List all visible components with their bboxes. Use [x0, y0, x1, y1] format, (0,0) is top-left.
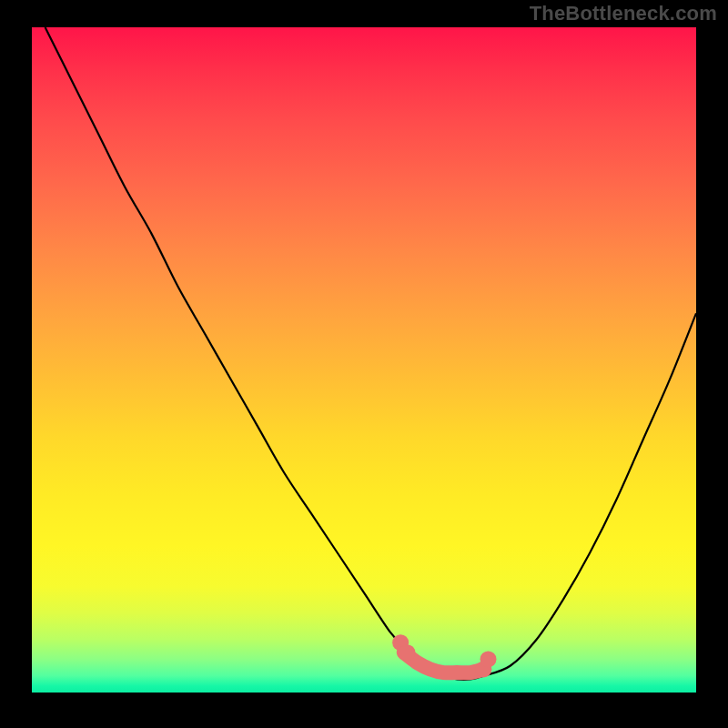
optimal-point: [480, 651, 497, 667]
frame-border-left: [0, 0, 32, 728]
watermark-label: TheBottleneck.com: [530, 2, 717, 25]
optimal-flat-segment: [404, 652, 484, 672]
frame-border-bottom: [32, 693, 696, 728]
plot-area: [32, 27, 696, 693]
chart-frame: TheBottleneck.com: [0, 0, 728, 728]
optimal-point: [399, 644, 415, 661]
frame-border-right: [696, 0, 728, 728]
bottleneck-curve: [46, 27, 696, 680]
chart-svg: [32, 27, 696, 693]
